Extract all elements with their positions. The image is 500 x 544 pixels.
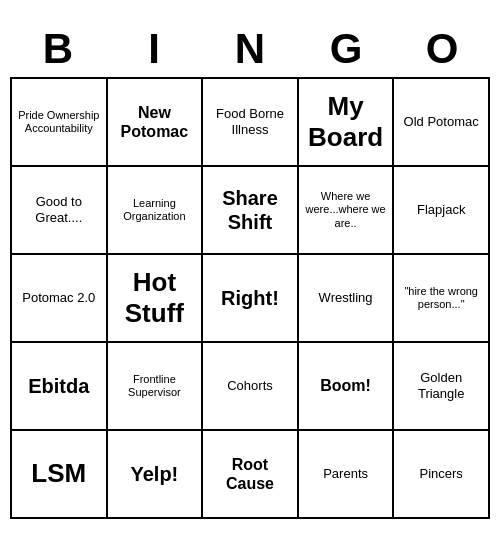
bingo-cell-15: Ebitda — [12, 343, 108, 431]
bingo-cell-18: Boom! — [299, 343, 395, 431]
bingo-grid: Pride Ownership AccountabilityNew Potoma… — [10, 77, 490, 519]
bingo-cell-0: Pride Ownership Accountability — [12, 79, 108, 167]
bingo-cell-21: Yelp! — [108, 431, 204, 519]
bingo-cell-22: Root Cause — [203, 431, 299, 519]
bingo-cell-2: Food Borne Illness — [203, 79, 299, 167]
bingo-cell-1: New Potomac — [108, 79, 204, 167]
header-n: N — [206, 25, 294, 73]
bingo-cell-3: My Board — [299, 79, 395, 167]
bingo-card: B I N G O Pride Ownership Accountability… — [10, 25, 490, 519]
bingo-cell-14: "hire the wrong person..." — [394, 255, 490, 343]
bingo-cell-20: LSM — [12, 431, 108, 519]
header-i: I — [110, 25, 198, 73]
bingo-cell-9: Flapjack — [394, 167, 490, 255]
bingo-cell-17: Cohorts — [203, 343, 299, 431]
bingo-cell-12: Right! — [203, 255, 299, 343]
bingo-cell-11: Hot Stuff — [108, 255, 204, 343]
bingo-cell-16: Frontline Supervisor — [108, 343, 204, 431]
bingo-cell-19: Golden Triangle — [394, 343, 490, 431]
header-o: O — [398, 25, 486, 73]
header-g: G — [302, 25, 390, 73]
bingo-cell-13: Wrestling — [299, 255, 395, 343]
header-b: B — [14, 25, 102, 73]
bingo-cell-6: Learning Organization — [108, 167, 204, 255]
bingo-cell-5: Good to Great.... — [12, 167, 108, 255]
bingo-cell-10: Potomac 2.0 — [12, 255, 108, 343]
bingo-cell-7: Share Shift — [203, 167, 299, 255]
bingo-cell-23: Parents — [299, 431, 395, 519]
bingo-header: B I N G O — [10, 25, 490, 73]
bingo-cell-24: Pincers — [394, 431, 490, 519]
bingo-cell-4: Old Potomac — [394, 79, 490, 167]
bingo-cell-8: Where we were...where we are.. — [299, 167, 395, 255]
